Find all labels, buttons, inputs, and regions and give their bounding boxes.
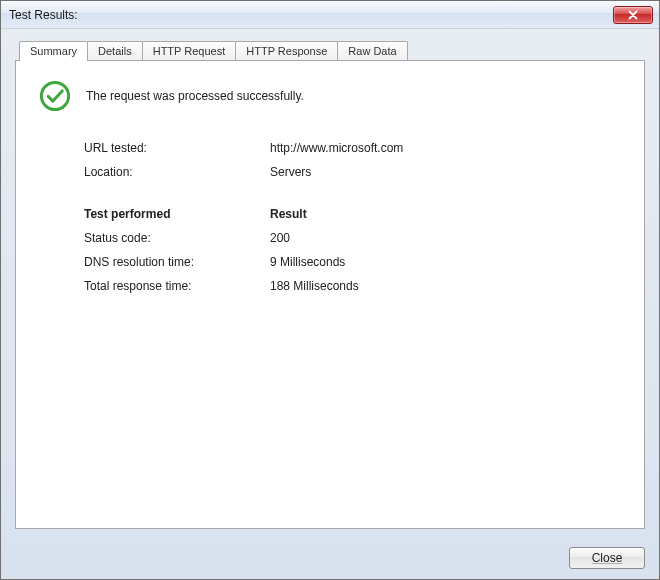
dialog-window: Test Results: Summary Details HTTP Reque… bbox=[0, 0, 660, 580]
label-status-code: Status code: bbox=[84, 231, 270, 245]
titlebar: Test Results: bbox=[1, 1, 659, 29]
label-url-tested: URL tested: bbox=[84, 141, 270, 155]
label-total-time: Total response time: bbox=[84, 279, 270, 293]
status-row: The request was processed successfully. bbox=[38, 79, 622, 113]
tab-details[interactable]: Details bbox=[87, 41, 143, 60]
svg-point-0 bbox=[41, 82, 68, 109]
content-area: Summary Details HTTP Request HTTP Respon… bbox=[1, 29, 659, 539]
label-dns-time: DNS resolution time: bbox=[84, 255, 270, 269]
label-location: Location: bbox=[84, 165, 270, 179]
row-status-code: Status code: 200 bbox=[84, 231, 622, 245]
row-total-time: Total response time: 188 Milliseconds bbox=[84, 279, 622, 293]
header-test-performed: Test performed bbox=[84, 207, 270, 221]
row-url-tested: URL tested: http://www.microsoft.com bbox=[84, 141, 622, 155]
window-close-button[interactable] bbox=[613, 6, 653, 24]
success-check-icon bbox=[38, 79, 72, 113]
tab-http-request[interactable]: HTTP Request bbox=[142, 41, 237, 60]
value-status-code: 200 bbox=[270, 231, 290, 245]
dialog-footer: Close bbox=[1, 539, 659, 579]
close-icon bbox=[628, 10, 638, 20]
tab-http-response[interactable]: HTTP Response bbox=[235, 41, 338, 60]
status-message: The request was processed successfully. bbox=[86, 89, 304, 103]
value-location: Servers bbox=[270, 165, 311, 179]
value-dns-time: 9 Milliseconds bbox=[270, 255, 345, 269]
results-header-row: Test performed Result bbox=[84, 207, 622, 221]
row-location: Location: Servers bbox=[84, 165, 622, 179]
header-result: Result bbox=[270, 207, 307, 221]
tab-panel-summary: The request was processed successfully. … bbox=[15, 60, 645, 529]
row-dns-time: DNS resolution time: 9 Milliseconds bbox=[84, 255, 622, 269]
value-url-tested: http://www.microsoft.com bbox=[270, 141, 403, 155]
window-title: Test Results: bbox=[9, 8, 78, 22]
tab-raw-data[interactable]: Raw Data bbox=[337, 41, 407, 60]
value-total-time: 188 Milliseconds bbox=[270, 279, 359, 293]
close-button[interactable]: Close bbox=[569, 547, 645, 569]
info-section: URL tested: http://www.microsoft.com Loc… bbox=[38, 141, 622, 293]
tab-strip: Summary Details HTTP Request HTTP Respon… bbox=[15, 41, 645, 60]
tab-summary[interactable]: Summary bbox=[19, 41, 88, 61]
